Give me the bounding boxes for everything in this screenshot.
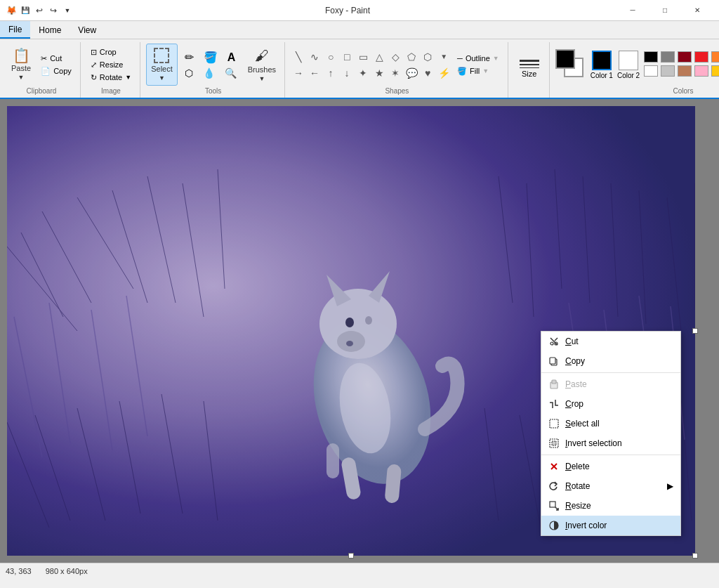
resize-handle-e[interactable] — [692, 328, 698, 334]
size-line-1 — [520, 60, 539, 62]
redo-icon[interactable]: ↪ — [48, 5, 59, 16]
shape-line[interactable]: ╲ — [291, 49, 306, 65]
image-label: Image — [101, 86, 121, 96]
copy-icon: 📄 — [41, 67, 51, 76]
ctx-item-copy[interactable]: Copy — [541, 351, 680, 371]
cut-button[interactable]: ✂ Cut — [37, 53, 76, 65]
rotate-dropdown[interactable]: ▼ — [125, 74, 131, 81]
text-button[interactable]: A — [223, 49, 240, 65]
shape-arrow-d[interactable]: ↓ — [339, 65, 355, 81]
dropdown-icon[interactable]: ▼ — [62, 5, 73, 16]
rotate-button[interactable]: ↻ Rotate ▼ — [86, 72, 136, 84]
resize-handle-se[interactable] — [692, 553, 698, 558]
shape-star5[interactable]: ★ — [371, 65, 387, 81]
shape-arrow-l[interactable]: ← — [307, 65, 322, 81]
select-all-ctx-icon — [548, 418, 560, 429]
shape-hex[interactable]: ⬡ — [420, 49, 435, 65]
tools-label: Tools — [205, 86, 221, 96]
shape-star4[interactable]: ✦ — [355, 65, 371, 81]
shape-rect2[interactable]: ▭ — [355, 49, 371, 65]
palette-color-4[interactable] — [711, 51, 719, 63]
ctx-item-resize[interactable]: Resize — [541, 496, 680, 516]
palette-color-0[interactable] — [644, 51, 658, 63]
select-button[interactable]: Select ▼ — [146, 44, 178, 86]
size-button[interactable]: Size — [514, 57, 545, 81]
shape-diamond[interactable]: ◇ — [388, 49, 403, 65]
palette-color-12[interactable] — [678, 65, 692, 77]
brushes-dropdown[interactable]: ▼ — [258, 75, 265, 82]
ctx-item-invert-selection[interactable]: Invert selection — [541, 433, 680, 453]
close-button[interactable]: ✕ — [681, 0, 713, 21]
shape-star6[interactable]: ✶ — [388, 65, 403, 81]
resize-handle-s[interactable] — [348, 553, 354, 558]
window-controls[interactable]: ─ □ ✕ — [616, 0, 713, 21]
paste-button[interactable]: 📋 Paste ▼ — [7, 44, 35, 86]
canvas-area[interactable]: CutCopyPasteCropSelect allInvert selecti… — [0, 99, 719, 563]
paste-dropdown[interactable]: ▼ — [18, 74, 25, 81]
shape-arrow-r[interactable]: → — [291, 65, 306, 81]
color1-display[interactable] — [592, 51, 612, 70]
palette-color-13[interactable] — [694, 65, 708, 77]
outline-button[interactable]: ─ Outline ▼ — [453, 53, 503, 64]
ribbon: 📋 Paste ▼ ✂ Cut 📄 Copy Clipboard — [0, 39, 719, 99]
palette-color-2[interactable] — [678, 51, 692, 63]
rotate-ctx-label: Rotate — [565, 481, 590, 491]
menu-file[interactable]: File — [0, 21, 30, 39]
ribbon-content: 📋 Paste ▼ ✂ Cut 📄 Copy Clipboard — [0, 42, 719, 98]
brushes-label: Brushes — [248, 65, 276, 74]
ctx-separator-1 — [541, 372, 680, 373]
brushes-button[interactable]: 🖌 Brushes ▼ — [244, 44, 280, 86]
copy-ctx-label: Copy — [565, 356, 585, 366]
resize-icon: ⤢ — [91, 60, 97, 70]
ctx-item-delete[interactable]: Delete — [541, 457, 680, 476]
palette-color-10[interactable] — [644, 65, 658, 77]
shape-triangle[interactable]: △ — [371, 49, 387, 65]
palette-color-3[interactable] — [694, 51, 708, 63]
cut-label: Cut — [50, 54, 62, 63]
minimize-button[interactable]: ─ — [616, 0, 649, 21]
shape-rect[interactable]: □ — [339, 49, 355, 65]
svg-rect-59 — [550, 419, 558, 428]
colors-items: Color 1 Color 2 — [555, 44, 719, 86]
shape-oval[interactable]: ○ — [323, 49, 338, 65]
color-picker-button[interactable]: 💧 — [199, 66, 219, 80]
shape-pentagon[interactable]: ⬠ — [404, 49, 419, 65]
select-dropdown[interactable]: ▼ — [159, 74, 165, 81]
shape-heart[interactable]: ♥ — [420, 65, 435, 81]
menu-home[interactable]: Home — [30, 21, 70, 39]
ctx-item-select-all[interactable]: Select all — [541, 414, 680, 433]
select-label: Select — [151, 65, 173, 73]
palette-color-11[interactable] — [661, 65, 675, 77]
ctx-item-invert-color[interactable]: Invert color — [541, 516, 680, 535]
pencil-button[interactable]: ✏ — [180, 49, 198, 65]
canvas-image[interactable]: CutCopyPasteCropSelect allInvert selecti… — [7, 106, 695, 556]
color2-display[interactable] — [619, 51, 638, 70]
ctx-item-crop[interactable]: Crop — [541, 394, 680, 414]
crop-button[interactable]: ⊡ Crop — [86, 46, 136, 58]
shape-callout[interactable]: 💬 — [404, 65, 419, 81]
maximize-button[interactable]: □ — [649, 0, 681, 21]
undo-icon[interactable]: ↩ — [34, 5, 45, 16]
shape-lightning[interactable]: ⚡ — [436, 65, 451, 81]
shape-arrow-u[interactable]: ↑ — [323, 65, 338, 81]
svg-rect-61 — [552, 441, 556, 445]
outline-dropdown[interactable]: ▼ — [493, 55, 499, 62]
fill-dropdown-button[interactable]: 🪣 Fill ▼ — [453, 65, 503, 77]
eraser-button[interactable]: ⬡ — [180, 66, 197, 80]
palette-color-1[interactable] — [661, 51, 675, 63]
shapes-more[interactable]: ▼ — [436, 49, 451, 65]
color1-swatch[interactable] — [555, 49, 575, 69]
ctx-item-rotate[interactable]: Rotate▶ — [541, 476, 680, 496]
ctx-item-cut[interactable]: Cut — [541, 332, 680, 351]
copy-button[interactable]: 📄 Copy — [37, 65, 76, 77]
fill-dropdown[interactable]: ▼ — [482, 67, 489, 74]
magnify-button[interactable]: 🔍 — [220, 66, 241, 80]
outline-fill-group: ─ Outline ▼ 🪣 Fill ▼ — [453, 53, 503, 77]
palette-color-14[interactable] — [711, 65, 719, 77]
save-icon[interactable]: 💾 — [20, 5, 31, 16]
menu-view[interactable]: View — [70, 21, 105, 39]
resize-button[interactable]: ⤢ Resize — [86, 59, 136, 71]
shape-curve[interactable]: ∿ — [307, 49, 322, 65]
cut-ctx-icon — [548, 336, 560, 347]
fill-button[interactable]: 🪣 — [199, 49, 222, 65]
